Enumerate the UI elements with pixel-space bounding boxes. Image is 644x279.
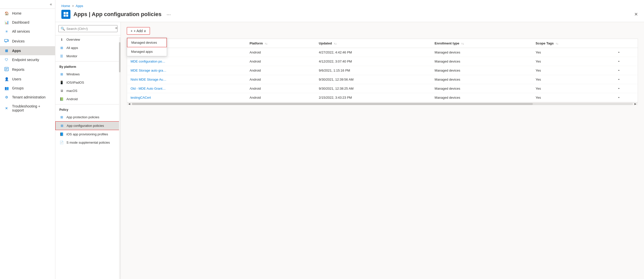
row-dot-menu[interactable]: •: [615, 57, 638, 66]
row-dot-menu[interactable]: •: [615, 93, 638, 102]
side-nav-s-mode[interactable]: 📄 S mode supplemental policies: [55, 138, 120, 147]
nav-collapse-button[interactable]: «: [50, 2, 52, 7]
horizontal-scrollbar[interactable]: ◀ ▶: [127, 102, 638, 105]
nav-item-dashboard[interactable]: 📊 Dashboard: [0, 18, 55, 27]
side-nav-ios-provisioning[interactable]: 📘 iOS app provisioning profiles: [55, 130, 120, 138]
row-updated-cell: 9/30/2021, 12:39:56 AM: [315, 75, 431, 84]
nav-item-label: All services: [12, 29, 30, 33]
tenant-icon: ⚙: [4, 95, 9, 99]
scrollbar-thumb: [119, 42, 120, 72]
nav-item-tenant-admin[interactable]: ⚙ Tenant administration: [0, 93, 55, 102]
sort-enrollment-arrows[interactable]: ↑↓: [461, 42, 464, 45]
nav-item-groups[interactable]: 👥 Groups: [0, 84, 55, 93]
svg-rect-10: [66, 12, 68, 14]
row-name-cell[interactable]: Old - MDE Auto Grant…: [127, 84, 246, 93]
breadcrumb-apps-link[interactable]: Apps: [76, 4, 83, 8]
reports-icon: [4, 67, 9, 72]
app-protection-icon: ⊞: [59, 115, 64, 119]
sort-updated-arrows[interactable]: ↑↓: [334, 42, 337, 45]
svg-rect-1: [8, 40, 9, 41]
add-button[interactable]: + + Add ∨: [127, 27, 150, 35]
toolbar: + + Add ∨ Managed devices Managed apps: [127, 27, 638, 35]
side-nav-monitor[interactable]: ☰ Monitor: [55, 52, 120, 60]
close-button[interactable]: ✕: [634, 12, 638, 17]
config-policies-table: Name ↑↓ Platform ↑↓ Updated ↑↓: [127, 39, 638, 102]
row-dot-menu[interactable]: •: [615, 66, 638, 75]
row-enrollment-cell: Managed devices: [431, 57, 532, 66]
breadcrumb-separator: >: [72, 4, 74, 8]
dropdown-item-managed-apps[interactable]: Managed apps: [127, 47, 167, 56]
svg-rect-12: [66, 15, 68, 17]
h-scroll-track[interactable]: [132, 103, 633, 105]
h-scroll-left-arrow[interactable]: ◀: [127, 102, 132, 105]
col-platform[interactable]: Platform ↑↓: [246, 39, 315, 48]
nav-item-label: Groups: [12, 86, 24, 90]
row-name-cell[interactable]: MDE Storage auto gra…: [127, 66, 246, 75]
table-scroll-container[interactable]: Name ↑↓ Platform ↑↓ Updated ↑↓: [127, 39, 638, 105]
table-row: Defender on personal … Android 4/27/2022…: [127, 48, 638, 57]
main-content: + + Add ∨ Managed devices Managed apps: [121, 22, 644, 279]
side-nav-ios[interactable]: 📱 iOS/iPadOS: [55, 78, 120, 87]
side-nav-label: Overview: [66, 38, 80, 41]
sort-platform-arrows[interactable]: ↑↓: [265, 42, 267, 45]
side-nav-overview[interactable]: ℹ Overview: [55, 35, 120, 44]
col-scope[interactable]: Scope Tags ↑↓: [532, 39, 615, 48]
nav-item-label: Apps: [12, 49, 21, 53]
row-updated-cell: 4/27/2022, 4:42:46 PM: [315, 48, 431, 57]
sort-scope-arrows[interactable]: ↑↓: [556, 42, 558, 45]
side-nav-label: iOS app provisioning profiles: [66, 132, 108, 136]
row-dot-menu[interactable]: •: [615, 75, 638, 84]
overview-icon: ℹ: [59, 38, 64, 41]
nav-item-label: Tenant administration: [12, 95, 46, 99]
nav-item-all-services[interactable]: ≡ All services: [0, 27, 55, 36]
row-dot-menu[interactable]: •: [615, 84, 638, 93]
search-box[interactable]: 🔍: [58, 25, 117, 32]
col-enrollment[interactable]: Enrollment type ↑↓: [431, 39, 532, 48]
side-nav-macos[interactable]: 🖥 macOS: [55, 87, 120, 95]
page-more-button[interactable]: ···: [167, 12, 171, 17]
search-container: 🔍: [55, 22, 120, 35]
row-scope-cell: Yes: [532, 48, 615, 57]
row-platform-cell: Android: [246, 84, 315, 93]
svg-rect-11: [64, 15, 66, 17]
h-scroll-right-arrow[interactable]: ▶: [633, 102, 638, 105]
row-platform-cell: Android: [246, 93, 315, 102]
shield-icon: 🛡: [4, 58, 9, 62]
s-mode-icon: 📄: [59, 141, 64, 144]
side-panel-scrollbar[interactable]: [119, 37, 120, 279]
add-chevron-icon: ∨: [144, 29, 146, 33]
side-panel-collapse-button[interactable]: «: [115, 26, 117, 30]
side-nav-label: Monitor: [66, 54, 77, 58]
left-navigation: « 🏠 Home 📊 Dashboard ≡ All services Devi…: [0, 0, 55, 279]
nav-item-users[interactable]: 👤 Users: [0, 75, 55, 84]
content-area: 🔍 « ℹ Overview ⊞ All apps ☰ Monitor By p…: [55, 22, 644, 279]
side-nav-android[interactable]: 📗 Android: [55, 95, 120, 103]
row-dot-menu[interactable]: •: [615, 48, 638, 57]
side-nav-app-protection-policies[interactable]: ⊞ App protection policies: [55, 113, 120, 121]
all-apps-icon: ⊞: [59, 46, 64, 50]
side-nav-app-config-policies[interactable]: ⊞ App configuration policies: [55, 121, 120, 130]
search-input[interactable]: [66, 27, 115, 31]
nav-item-reports[interactable]: Reports: [0, 64, 55, 75]
table-row: Nishi MDE Storage Au… Android 9/30/2021,…: [127, 75, 638, 84]
dropdown-item-managed-devices[interactable]: Managed devices: [127, 38, 167, 47]
side-nav-windows[interactable]: ⊞ Windows: [55, 70, 120, 78]
nav-item-endpoint-security[interactable]: 🛡 Endpoint security: [0, 55, 55, 64]
row-scope-cell: Yes: [532, 93, 615, 102]
col-updated[interactable]: Updated ↑↓: [315, 39, 431, 48]
search-icon: 🔍: [61, 27, 65, 31]
dashboard-icon: 📊: [4, 20, 9, 24]
nav-item-devices[interactable]: Devices: [0, 36, 55, 46]
nav-item-home[interactable]: 🏠 Home: [0, 9, 55, 18]
side-nav-label: All apps: [66, 46, 78, 50]
nav-item-label: Devices: [12, 39, 25, 43]
nav-item-troubleshooting[interactable]: ✕ Troubleshooting + support: [0, 102, 55, 115]
row-name-cell[interactable]: MDE configuration po…: [127, 57, 246, 66]
nav-item-apps[interactable]: ⊞ Apps: [0, 46, 55, 55]
row-updated-cell: 2/15/2022, 3:43:23 PM: [315, 93, 431, 102]
nav-item-label: Home: [12, 11, 21, 15]
side-nav-all-apps[interactable]: ⊞ All apps: [55, 44, 120, 52]
row-name-cell[interactable]: Nishi MDE Storage Au…: [127, 75, 246, 84]
row-name-cell[interactable]: testingCACert: [127, 93, 246, 102]
breadcrumb-home-link[interactable]: Home: [61, 4, 70, 8]
